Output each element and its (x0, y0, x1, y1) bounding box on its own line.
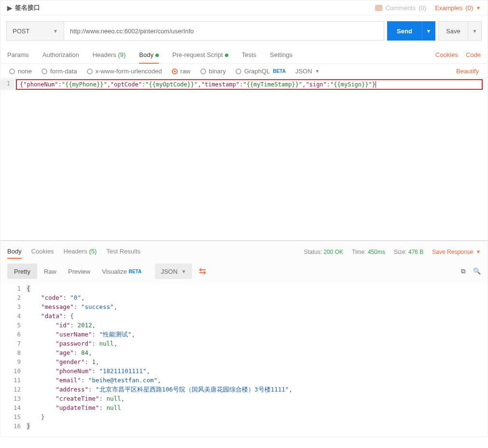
save-options-button[interactable]: ▼ (468, 21, 482, 41)
time-label: Time: (352, 249, 366, 255)
method-value: POST (13, 28, 29, 35)
tab-prerequest[interactable]: Pre-request Script (172, 46, 228, 63)
beautify-link[interactable]: Beautify (456, 68, 479, 75)
chevron-down-icon: ▼ (53, 28, 58, 34)
line-number: 15 (0, 412, 21, 421)
examples-count: (0) (465, 4, 473, 12)
line-number: 11 (0, 376, 21, 385)
chevron-down-icon: ▼ (315, 69, 320, 74)
radio-graphql-label: GraphQL (244, 68, 270, 75)
line-number: 1 (0, 284, 21, 293)
body-format-select[interactable]: JSON▼ (295, 68, 320, 75)
radio-form-label: form-data (50, 68, 77, 75)
code-link[interactable]: Code (466, 51, 481, 58)
size-label: Size: (394, 249, 407, 255)
beta-tag: BETA (129, 269, 141, 274)
view-pretty[interactable]: Pretty (7, 264, 37, 279)
response-format-value: JSON (161, 268, 178, 275)
line-number: 13 (0, 394, 21, 403)
line-number: 8 (0, 348, 21, 357)
view-preview[interactable]: Preview (63, 264, 95, 279)
wrap-lines-icon[interactable]: ⇆ (199, 266, 206, 277)
status-label: Status: (304, 249, 322, 255)
radio-graphql[interactable]: GraphQLBETA (236, 68, 286, 75)
chevron-down-icon: ▼ (426, 28, 431, 34)
send-options-button[interactable]: ▼ (422, 21, 435, 41)
save-response-dropdown[interactable]: Save Response▼ (432, 249, 481, 255)
comments-link[interactable]: Comments (0) (375, 4, 426, 12)
line-number: 12 (0, 385, 21, 394)
view-visualize[interactable]: Visualize BETA (97, 264, 146, 279)
tab-headers-count: (9) (118, 51, 125, 58)
tab-headers[interactable]: Headers (9) (93, 46, 126, 63)
search-icon[interactable]: 🔍 (473, 267, 481, 275)
resp-tab-body[interactable]: Body (7, 245, 22, 259)
save-button[interactable]: Save (438, 21, 468, 41)
radio-raw-label: raw (181, 68, 191, 75)
line-number: 9 (0, 357, 21, 366)
tab-settings[interactable]: Settings (270, 46, 293, 63)
radio-urlencoded[interactable]: x-www-form-urlencoded (87, 68, 162, 75)
cookies-link[interactable]: Cookies (435, 51, 458, 58)
view-raw[interactable]: Raw (39, 264, 61, 279)
chevron-down-icon: ▼ (476, 249, 481, 254)
tok: {"phoneNum" (20, 81, 58, 88)
visualize-label: Visualize (102, 268, 127, 275)
line-number: 1 (7, 80, 10, 87)
send-button[interactable]: Send (387, 21, 422, 41)
tab-prerequest-label: Pre-request Script (172, 51, 223, 58)
tab-body[interactable]: Body (139, 46, 159, 63)
tok: :"{{mySign}}" (327, 81, 372, 88)
radio-binary[interactable]: binary (200, 68, 226, 75)
save-response-label: Save Response (432, 249, 473, 255)
copy-icon[interactable]: ⧉ (461, 267, 465, 275)
chevron-down-icon: ▼ (181, 269, 186, 274)
body-format-value: JSON (295, 68, 312, 75)
url-value: http://www.neeo.cc:6002/pinter/com/userI… (70, 28, 194, 35)
tab-tests[interactable]: Tests (242, 46, 256, 63)
tok: :"{{myOptCode}}" (142, 81, 198, 88)
line-number: 7 (0, 339, 21, 348)
line-number: 10 (0, 366, 21, 376)
beta-tag: BETA (273, 69, 285, 74)
tok: ,"timestamp" (197, 81, 239, 88)
url-input[interactable]: http://www.neeo.cc:6002/pinter/com/userI… (64, 21, 384, 41)
response-format-select[interactable]: JSON▼ (155, 264, 192, 279)
resp-tab-tests[interactable]: Test Results (106, 245, 140, 259)
radio-none[interactable]: none (9, 68, 32, 75)
line-number: 14 (0, 403, 21, 412)
examples-label: Examples (435, 4, 462, 12)
comments-count: (0) (418, 4, 426, 12)
line-number: 6 (0, 330, 21, 339)
request-body-editor[interactable]: 1 {"phoneNum":"{{myPhone}}","optCode":"{… (0, 78, 488, 91)
tab-headers-label: Headers (93, 51, 116, 58)
resp-tab-headers[interactable]: Headers (5) (64, 245, 97, 259)
response-body-viewer[interactable]: 12345678910111213141516 { "code": "0", "… (0, 284, 488, 436)
body-modified-dot (155, 54, 159, 57)
tab-params[interactable]: Params (7, 46, 29, 63)
method-select[interactable]: POST ▼ (6, 21, 64, 41)
line-number: 16 (0, 421, 21, 431)
radio-form-data[interactable]: form-data (42, 68, 77, 75)
tok: ,"optCode" (107, 81, 142, 88)
radio-raw[interactable]: raw (172, 68, 191, 75)
tab-authorization[interactable]: Authorization (42, 46, 79, 63)
radio-none-label: none (18, 68, 32, 75)
line-number: 4 (0, 311, 21, 321)
tok: :"{{myPhone}}" (58, 81, 107, 88)
chevron-down-icon: ▼ (473, 28, 477, 34)
size-value[interactable]: 476 B (408, 249, 423, 255)
collapse-icon[interactable]: ▶ (7, 4, 12, 12)
time-value[interactable]: 450ms (368, 249, 385, 255)
resp-headers-label: Headers (64, 248, 87, 255)
chevron-down-icon: ▼ (476, 5, 481, 11)
tok: :"{{myTimeStamp}}" (239, 81, 302, 88)
tok: ,"sign" (302, 81, 327, 88)
line-number: 5 (0, 321, 21, 330)
tab-body-label: Body (139, 51, 153, 58)
examples-dropdown[interactable]: Examples (0) ▼ (435, 4, 481, 12)
resp-tab-cookies[interactable]: Cookies (31, 245, 54, 259)
status-value[interactable]: 200 OK (323, 249, 343, 255)
line-number: 3 (0, 302, 21, 311)
tok: } (372, 81, 376, 88)
